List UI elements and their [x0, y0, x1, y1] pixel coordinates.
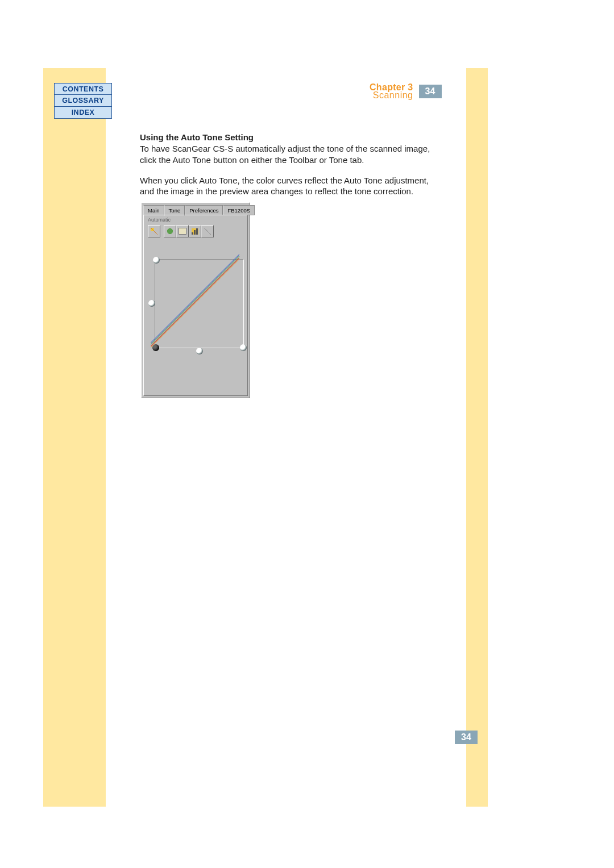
curve-composite: [151, 258, 239, 347]
left-accent-stripe: [43, 68, 106, 807]
output-white-slider[interactable]: [153, 257, 160, 264]
page-number-top: 34: [419, 85, 442, 98]
chapter-header: Chapter 3 Scanning 34: [370, 83, 442, 100]
section-heading: Using the Auto Tone Setting: [140, 132, 441, 142]
contents-button[interactable]: CONTENTS: [54, 83, 112, 95]
curve-blue: [151, 254, 239, 343]
auto-tone-icon: [151, 228, 157, 235]
tab-preferences[interactable]: Preferences: [185, 205, 223, 215]
nav-buttons: CONTENTS GLOSSARY INDEX: [54, 83, 112, 119]
index-button[interactable]: INDEX: [54, 107, 112, 119]
glossary-button[interactable]: GLOSSARY: [54, 95, 112, 107]
histogram-button[interactable]: [189, 225, 201, 237]
paragraph-2: When you click Auto Tone, the color curv…: [140, 175, 441, 198]
tab-main[interactable]: Main: [143, 205, 164, 215]
automatic-group-label: Automatic: [148, 217, 171, 223]
tab-bar: Main Tone Preferences FB1200S: [142, 203, 250, 215]
chapter-title: Scanning: [370, 91, 413, 100]
tone-curve-chart[interactable]: [155, 259, 244, 348]
body-content: Using the Auto Tone Setting To have Scan…: [140, 132, 441, 206]
tone-panel: Automatic: [143, 215, 248, 396]
tab-device[interactable]: FB1200S: [223, 205, 255, 215]
color-adjust-icon: [167, 228, 173, 235]
input-midtone-slider[interactable]: [196, 348, 203, 354]
curve-lines: [155, 260, 243, 348]
input-black-slider[interactable]: [152, 344, 159, 351]
page-number-bottom: 34: [455, 731, 478, 744]
curve-button[interactable]: [201, 225, 214, 237]
tone-tab-screenshot: Main Tone Preferences FB1200S Automatic: [141, 202, 250, 398]
curve-green: [151, 256, 239, 344]
right-accent-stripe: [466, 68, 488, 807]
auto-tone-button[interactable]: [148, 225, 160, 237]
input-white-slider[interactable]: [240, 344, 247, 351]
contrast-brightness-icon: [179, 228, 186, 235]
paragraph-1: To have ScanGear CS-S automatically adju…: [140, 143, 441, 166]
contrast-brightness-button[interactable]: [176, 225, 189, 237]
color-adjust-button[interactable]: [164, 225, 176, 237]
histogram-icon: [192, 228, 198, 235]
tone-toolbar: [148, 225, 214, 237]
curve-icon: [204, 228, 211, 235]
output-midtone-slider[interactable]: [148, 300, 155, 307]
